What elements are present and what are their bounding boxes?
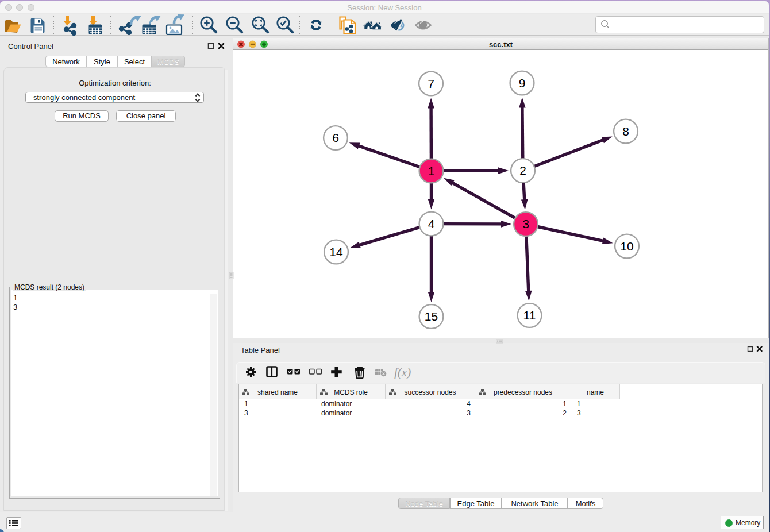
svg-text:14: 14	[329, 245, 343, 259]
svg-text:15: 15	[425, 310, 438, 323]
svg-text:9: 9	[519, 76, 526, 90]
svg-text:8: 8	[622, 125, 629, 138]
svg-text:10: 10	[620, 240, 633, 253]
svg-text:11: 11	[523, 309, 536, 322]
svg-text:7: 7	[428, 77, 434, 90]
svg-text:f(x): f(x)	[394, 365, 411, 379]
svg-text:6: 6	[332, 131, 339, 144]
svg-text:4: 4	[428, 217, 435, 230]
svg-text:1: 1	[428, 164, 435, 178]
svg-text:2: 2	[519, 164, 526, 177]
svg-text:3: 3	[522, 217, 529, 230]
